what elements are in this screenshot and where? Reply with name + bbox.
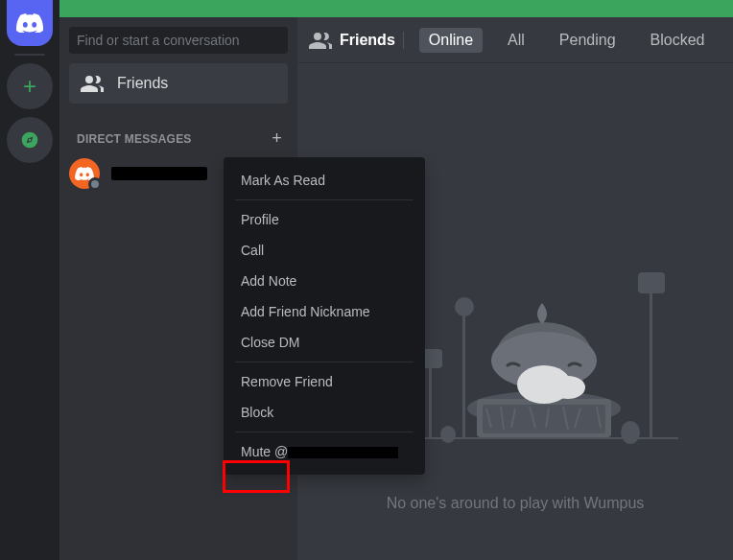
guild-separator (14, 54, 45, 56)
context-menu: Mark As Read Profile Call Add Note Add F… (224, 157, 425, 475)
status-offline-icon (88, 177, 102, 191)
svg-rect-10 (638, 272, 665, 293)
tab-all[interactable]: All (498, 28, 534, 53)
search-input[interactable]: Find or start a conversation (69, 27, 288, 54)
svg-rect-5 (429, 361, 432, 437)
tab-bar: Friends Online All Pending Blocked (297, 17, 733, 63)
ctx-profile[interactable]: Profile (231, 204, 417, 235)
svg-point-1 (29, 139, 32, 142)
notice-bar[interactable] (59, 0, 733, 17)
tab-friends-header: Friends (309, 32, 404, 49)
ctx-separator (235, 362, 414, 362)
tab-blocked[interactable]: Blocked (641, 28, 715, 53)
dm-header: DIRECT MESSAGES + (59, 111, 297, 152)
tab-online[interactable]: Online (419, 28, 483, 53)
home-button[interactable] (7, 0, 53, 46)
friends-icon (81, 75, 104, 92)
avatar (69, 158, 100, 189)
ctx-mark-read[interactable]: Mark As Read (231, 165, 417, 196)
tab-pending[interactable]: Pending (550, 28, 626, 53)
ctx-mute-prefix: Mute @ (241, 444, 288, 459)
ctx-mute-username-redacted (288, 447, 398, 458)
create-dm-button[interactable]: + (272, 128, 282, 149)
empty-state-text: No one's around to play with Wumpus (387, 495, 645, 512)
friends-icon (309, 32, 332, 49)
explore-button[interactable] (7, 117, 53, 163)
ctx-call[interactable]: Call (231, 235, 417, 266)
guilds-bar: + (0, 0, 59, 560)
svg-rect-9 (650, 284, 652, 437)
svg-point-20 (551, 376, 585, 399)
ctx-mute[interactable]: Mute @ (231, 436, 417, 467)
svg-point-12 (440, 426, 456, 443)
svg-point-8 (455, 297, 474, 316)
ctx-block[interactable]: Block (231, 397, 417, 428)
svg-rect-7 (462, 313, 465, 437)
add-server-button[interactable]: + (7, 63, 53, 109)
ctx-remove-friend[interactable]: Remove Friend (231, 366, 417, 397)
svg-point-13 (621, 421, 640, 444)
ctx-close-dm[interactable]: Close DM (231, 327, 417, 358)
dm-header-label: DIRECT MESSAGES (77, 132, 192, 146)
ctx-separator (235, 432, 414, 432)
compass-icon (20, 130, 39, 150)
dm-username-redacted (111, 167, 207, 180)
tab-friends-label: Friends (340, 32, 395, 49)
friends-label: Friends (117, 75, 168, 92)
ctx-add-note[interactable]: Add Note (231, 266, 417, 296)
ctx-nickname[interactable]: Add Friend Nickname (231, 296, 417, 327)
ctx-separator (235, 199, 414, 200)
friends-button[interactable]: Friends (69, 63, 288, 104)
discord-logo-icon (16, 13, 43, 33)
